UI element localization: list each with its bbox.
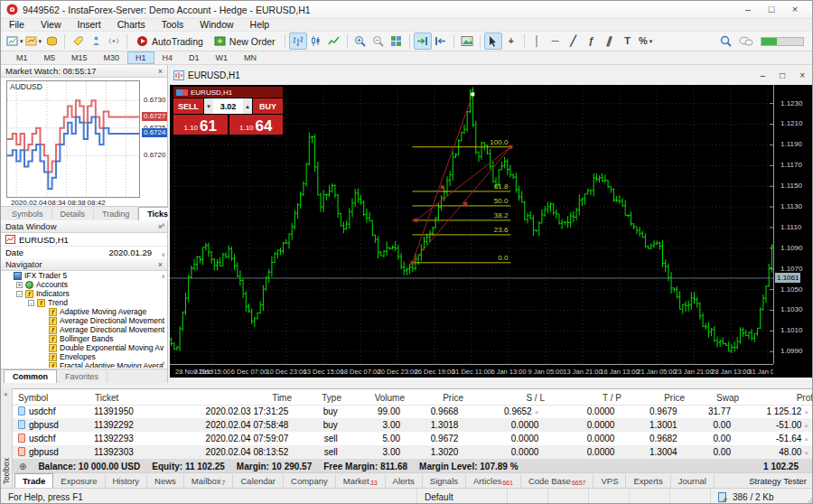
navigator-tab-favorites[interactable]: Favorites [57, 370, 107, 383]
close-position-icon[interactable]: × [804, 422, 808, 430]
auto-scroll-button[interactable] [414, 33, 432, 50]
bar-chart-mode-button[interactable] [289, 33, 307, 50]
navigator-item[interactable]: -fIndicators [1, 289, 167, 298]
new-chart-button[interactable]: ▾ [5, 33, 24, 50]
column-header-ticket[interactable]: Ticket [89, 391, 171, 405]
fibonacci-tool-button[interactable]: ƒ [583, 33, 601, 50]
toolbox-tab-signals[interactable]: Signals [423, 474, 466, 488]
toolbox-tab-alerts[interactable]: Alerts [386, 474, 423, 488]
time-axis-label[interactable]: 3 Dec 15:00 [194, 368, 230, 376]
toolbox-tab-history[interactable]: History [106, 474, 148, 488]
time-axis-label[interactable]: 31 Dec 11:00 [452, 368, 491, 376]
menu-item-help[interactable]: Help [242, 19, 278, 31]
close-icon[interactable]: × [158, 260, 163, 269]
time-axis-label[interactable]: 6 Dec 07:00 [231, 368, 267, 376]
time-axis-label[interactable]: 20 Dec 23:00 [378, 368, 418, 376]
scroll-down-icon[interactable]: ∨ [162, 251, 165, 257]
time-axis-label[interactable]: 9 Jan 05:00 [528, 368, 563, 376]
navigator-item[interactable]: IFX Trader 5 [1, 271, 167, 280]
time-axis-label[interactable]: 16 Jan 13:00 [600, 368, 639, 376]
chart-tab-title[interactable]: EURUSD,H1 [188, 70, 240, 80]
zoom-in-button[interactable] [351, 33, 369, 50]
broadcast-button[interactable] [105, 33, 123, 50]
navigator-item[interactable]: fDouble Exponential Moving Av [1, 343, 167, 352]
strategy-tester-label[interactable]: Strategy Tester [749, 476, 807, 486]
chart-close-button[interactable]: × [799, 70, 805, 80]
search-icon[interactable] [720, 35, 732, 47]
sell-button[interactable]: SELL [173, 98, 203, 114]
toolbox-tab-company[interactable]: Company [284, 474, 336, 488]
volume-value[interactable]: 3.02 [213, 98, 243, 114]
time-axis-label[interactable]: 21 Jan 05:00 [637, 368, 676, 376]
chart-scroll-strip[interactable] [170, 378, 812, 388]
market-watch-tab-symbols[interactable]: Symbols [4, 208, 52, 220]
collapse-icon[interactable]: - [16, 291, 23, 297]
zoom-out-button[interactable] [369, 33, 388, 50]
horizontal-line-tool-button[interactable]: ─ [547, 33, 565, 50]
scroll-up-icon[interactable]: ∧ [162, 273, 165, 279]
toolbox-tab-journal[interactable]: Journal [671, 474, 715, 488]
menu-item-insert[interactable]: Insert [70, 19, 109, 31]
trade-row[interactable]: gbpusd113922922020.02.04 07:58:48buy3.00… [13, 418, 813, 432]
arrows-tool-button[interactable]: %▾ [637, 33, 655, 50]
column-header-sl[interactable]: S / L [469, 391, 550, 405]
timeframe-mn[interactable]: MN [236, 51, 265, 64]
equidistant-channel-tool-button[interactable]: ∥ [601, 33, 619, 50]
buy-button[interactable]: BUY [253, 98, 283, 114]
timeframe-m30[interactable]: M30 [96, 51, 128, 64]
navigator-item[interactable]: fEnvelopes [1, 352, 167, 361]
volume-increase-icon[interactable]: ▴ [243, 98, 252, 114]
close-position-icon[interactable]: × [804, 408, 808, 416]
trade-row[interactable]: usdchf113922932020.02.04 07:59:07sell5.0… [13, 432, 813, 445]
close-button[interactable]: × [783, 3, 807, 17]
time-axis-label[interactable]: 13 Jan 21:00 [563, 368, 602, 376]
time-axis-label[interactable]: 31 Jan 05:00 [748, 368, 773, 376]
timeframe-w1[interactable]: W1 [208, 51, 237, 64]
column-header-price[interactable]: Price [627, 391, 690, 405]
symbols-button[interactable] [69, 33, 87, 50]
timeframe-m5[interactable]: M5 [36, 51, 64, 64]
autotrading-button[interactable]: AutoTrading [131, 33, 209, 50]
time-axis-label[interactable]: 6 Jan 13:00 [491, 368, 526, 376]
column-header-profit[interactable]: Profit [744, 391, 813, 405]
maximize-button[interactable]: □ [760, 3, 783, 17]
close-icon[interactable]: × [4, 390, 8, 398]
profiles-button[interactable]: ▾ [24, 33, 43, 50]
toolbox-tab-articles[interactable]: Articles661 [466, 474, 521, 488]
column-header-volume[interactable]: Volume [347, 391, 410, 405]
timeframe-h4[interactable]: H4 [154, 51, 182, 64]
close-position-icon[interactable]: × [804, 449, 808, 457]
timeframe-h1[interactable]: H1 [127, 51, 154, 64]
collapse-icon[interactable]: - [28, 300, 34, 306]
menu-item-file[interactable]: File [1, 19, 33, 31]
chat-icon[interactable] [739, 36, 753, 47]
time-axis-label[interactable]: 10 Dec 23:00 [266, 368, 307, 376]
volume-stepper[interactable]: ▾ 3.02 ▴ [204, 98, 252, 114]
navigator-tab-common[interactable]: Common [4, 369, 57, 383]
time-axis[interactable]: 28 Nov 20193 Dec 15:006 Dec 07:0010 Dec … [170, 364, 773, 378]
line-chart-mode-button[interactable] [325, 33, 343, 50]
chart-maximize-button[interactable]: □ [780, 70, 785, 80]
time-axis-label[interactable]: 26 Dec 19:00 [415, 368, 455, 376]
close-sl-icon[interactable]: × [535, 408, 539, 416]
expand-icon[interactable]: ⊕ [19, 462, 26, 471]
toolbox-tab-trade[interactable]: Trade [14, 473, 53, 488]
column-header-symbol[interactable]: Symbol [13, 391, 89, 405]
menu-item-tools[interactable]: Tools [154, 19, 192, 31]
crosshair-tool-button[interactable]: + [502, 33, 520, 50]
toolbox-tab-vps[interactable]: VPS [593, 474, 626, 488]
market-watch-tab-details[interactable]: Details [52, 208, 95, 220]
menu-item-charts[interactable]: Charts [109, 19, 154, 31]
toolbox-tab-news[interactable]: News [147, 474, 184, 488]
market-watch-tab-trading[interactable]: Trading [94, 208, 138, 220]
column-header-time[interactable]: Time [171, 391, 297, 405]
navigator-item[interactable]: fFractal Adaptive Moving Avera [1, 361, 167, 368]
close-icon[interactable]: × [158, 67, 163, 76]
tile-windows-button[interactable] [388, 33, 406, 50]
chart-minimize-button[interactable]: – [761, 70, 766, 80]
column-header-price[interactable]: Price [410, 391, 469, 405]
price-axis[interactable]: 1.12301.12101.11901.11701.11501.11301.11… [773, 85, 812, 364]
trade-row[interactable]: gbpusd113923032020.02.04 08:13:52sell3.0… [13, 445, 813, 459]
navigator-item[interactable]: fAverage Directional Movement [1, 316, 167, 325]
toolbox-tab-experts[interactable]: Experts [626, 474, 670, 488]
